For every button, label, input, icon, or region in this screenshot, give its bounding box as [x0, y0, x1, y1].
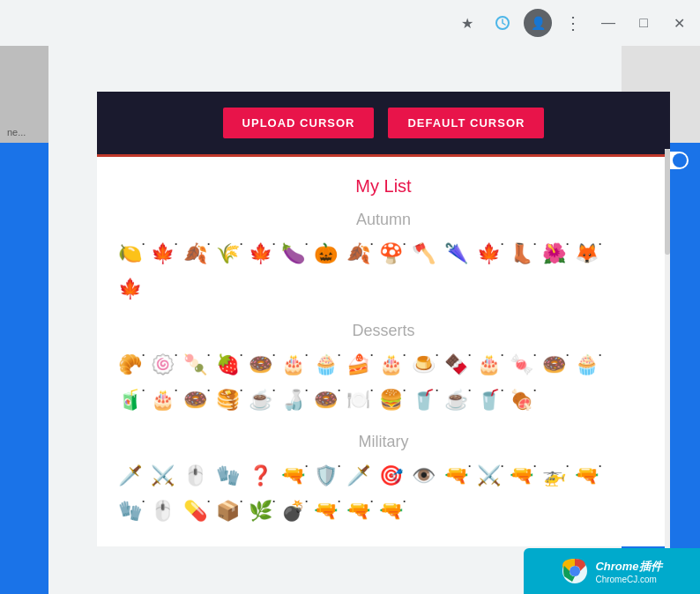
emoji-autumn-pile[interactable]: 🍁 — [115, 275, 145, 303]
emoji-cupcake2[interactable]: 🧁 — [571, 351, 602, 379]
emoji-box[interactable]: 📦 — [212, 497, 243, 525]
sidebar-label: ne... — [7, 127, 26, 137]
emoji-maple1[interactable]: 🍁 — [147, 240, 178, 268]
emoji-cake4[interactable]: 🎂 — [147, 386, 178, 414]
browser-toolbar: ★ 👤 ⋮ — □ ✕ — [0, 0, 700, 46]
emoji-cake3[interactable]: 🎂 — [473, 351, 504, 379]
chrome-logo-icon — [562, 558, 588, 584]
toolbar-right: ★ 👤 ⋮ — □ ✕ — [453, 9, 693, 37]
emoji-gun3[interactable]: 🔫 — [506, 462, 537, 490]
emoji-gun1[interactable]: 🔫 — [278, 462, 309, 490]
emoji-question[interactable]: ❓ — [245, 462, 276, 490]
extension-button[interactable] — [488, 9, 517, 37]
popup-container: UPLOAD CURSOR DEFAULT CURSOR My List Aut… — [48, 46, 622, 594]
emoji-lemon[interactable]: 🍋 — [115, 240, 145, 268]
emoji-bbq[interactable]: 🍖 — [506, 386, 537, 414]
emoji-cursor2[interactable]: 🖱️ — [147, 497, 178, 525]
emoji-cursor[interactable]: 🖱️ — [180, 462, 211, 490]
minimize-button[interactable]: — — [594, 9, 622, 37]
emoji-target[interactable]: 🎯 — [376, 462, 406, 490]
watermark-line1: Chrome插件 — [595, 559, 661, 575]
military-title: Military — [97, 433, 670, 451]
emoji-donut3[interactable]: 🍩 — [180, 386, 211, 414]
popup-header: UPLOAD CURSOR DEFAULT CURSOR — [97, 92, 670, 157]
emoji-knife[interactable]: 🗡️ — [343, 462, 374, 490]
emoji-fallen-leaf[interactable]: 🍂 — [343, 240, 374, 268]
profile-button[interactable]: 👤 — [524, 9, 552, 37]
emoji-eggplant[interactable]: 🍆 — [278, 240, 309, 268]
emoji-water-gun[interactable]: 🔫 — [571, 462, 602, 490]
extension-popup: UPLOAD CURSOR DEFAULT CURSOR My List Aut… — [97, 92, 670, 546]
emoji-bomb[interactable]: 💣 — [278, 497, 309, 525]
emoji-plant[interactable]: 🌿 — [245, 497, 276, 525]
emoji-hot-cup[interactable]: ☕ — [441, 386, 472, 414]
emoji-umbrella[interactable]: 🌂 — [441, 240, 472, 268]
emoji-donut1[interactable]: 🍩 — [245, 351, 276, 379]
desserts-row-1: 🥐 🍥 🍡 🍓 🍩 🎂 🧁 🍰 🎂 🍮 🍫 🎂 🍬 🍩 — [97, 347, 670, 382]
emoji-candy[interactable]: 🍬 — [506, 351, 537, 379]
emoji-pancake[interactable]: 🥞 — [212, 386, 243, 414]
emoji-grain[interactable]: 🌾 — [212, 240, 243, 268]
emoji-sword1[interactable]: 🗡️ — [115, 462, 145, 490]
popup-body[interactable]: My List Autumn 🍋 🍁 🍂 🌾 🍁 🍆 🎃 🍂 🍄 🪓 — [97, 157, 670, 546]
emoji-binoculars[interactable]: 👁️ — [408, 462, 439, 490]
maximize-button[interactable]: □ — [629, 9, 658, 37]
emoji-donut4[interactable]: 🍩 — [310, 386, 341, 414]
emoji-cup1[interactable]: 🥤 — [408, 386, 439, 414]
emoji-vest[interactable]: 🛡️ — [310, 462, 341, 490]
browser-frame: ★ 👤 ⋮ — □ ✕ ne... — [0, 0, 700, 594]
emoji-glove[interactable]: 🧤 — [212, 462, 243, 490]
emoji-burger[interactable]: 🍔 — [376, 386, 406, 414]
emoji-pumpkin[interactable]: 🎃 — [310, 240, 341, 268]
emoji-maple3[interactable]: 🍁 — [473, 240, 504, 268]
emoji-cake1[interactable]: 🎂 — [278, 351, 309, 379]
emoji-plate[interactable]: 🍽️ — [343, 386, 374, 414]
autumn-title: Autumn — [97, 211, 670, 229]
emoji-gun2[interactable]: 🔫 — [441, 462, 472, 490]
emoji-mushroom[interactable]: 🍄 — [376, 240, 406, 268]
popup-scrollbar[interactable] — [665, 149, 670, 594]
emoji-coffee[interactable]: ☕ — [245, 386, 276, 414]
upload-cursor-button[interactable]: UPLOAD CURSOR — [223, 108, 375, 138]
emoji-axe[interactable]: 🪓 — [408, 240, 439, 268]
emoji-cake2[interactable]: 🎂 — [376, 351, 406, 379]
emoji-pudding[interactable]: 🍮 — [408, 351, 439, 379]
emoji-chocolate[interactable]: 🍫 — [441, 351, 472, 379]
desserts-row-2: 🧃 🎂 🍩 🥞 ☕ 🍶 🍩 🍽️ 🍔 🥤 ☕ 🥤 🍖 — [97, 382, 670, 418]
emoji-strawberry[interactable]: 🍓 — [212, 351, 243, 379]
emoji-cupcake1[interactable]: 🧁 — [310, 351, 341, 379]
menu-button[interactable]: ⋮ — [559, 9, 587, 37]
emoji-autumn-leaf[interactable]: 🍂 — [180, 240, 211, 268]
emoji-cup2[interactable]: 🥤 — [473, 386, 504, 414]
emoji-cake-slice[interactable]: 🍰 — [343, 351, 374, 379]
emoji-boot[interactable]: 👢 — [506, 240, 537, 268]
star-button[interactable]: ★ — [453, 9, 481, 37]
svg-point-2 — [570, 566, 580, 576]
emoji-flower[interactable]: 🌺 — [539, 240, 570, 268]
emoji-donut2[interactable]: 🍩 — [539, 351, 570, 379]
emoji-maple2[interactable]: 🍁 — [245, 240, 276, 268]
emoji-swords[interactable]: ⚔️ — [147, 462, 178, 490]
military-row-2: 🧤 🖱️ 💊 📦 🌿 💣 🔫 🔫 🔫 — [97, 494, 670, 529]
emoji-crossed-swords[interactable]: ⚔️ — [473, 462, 504, 490]
emoji-jar[interactable]: 🍶 — [278, 386, 309, 414]
sidebar-top: ne... — [0, 46, 48, 143]
left-sidebar: ne... — [0, 46, 48, 594]
emoji-bag[interactable]: 🧃 — [115, 386, 145, 414]
scrollbar-thumb — [665, 149, 670, 255]
emoji-gun5[interactable]: 🔫 — [376, 497, 406, 525]
content-area: ne... UPLOAD CURSOR DEFAULT CURSOR My Li… — [0, 46, 700, 594]
emoji-macaron[interactable]: 🍡 — [180, 351, 211, 379]
emoji-rifle[interactable]: 🔫 — [343, 497, 374, 525]
emoji-bottle[interactable]: 💊 — [180, 497, 211, 525]
emoji-gun4[interactable]: 🔫 — [310, 497, 341, 525]
emoji-helicopter[interactable]: 🚁 — [539, 462, 570, 490]
emoji-croissant[interactable]: 🥐 — [115, 351, 145, 379]
emoji-roll-cake[interactable]: 🍥 — [147, 351, 178, 379]
chrome-watermark: Chrome插件 ChromeCJ.com — [524, 548, 700, 594]
desserts-title: Desserts — [97, 322, 670, 340]
default-cursor-button[interactable]: DEFAULT CURSOR — [388, 108, 544, 138]
emoji-glove2[interactable]: 🧤 — [115, 497, 145, 525]
close-button[interactable]: ✕ — [665, 9, 693, 37]
emoji-fox[interactable]: 🦊 — [571, 240, 602, 268]
